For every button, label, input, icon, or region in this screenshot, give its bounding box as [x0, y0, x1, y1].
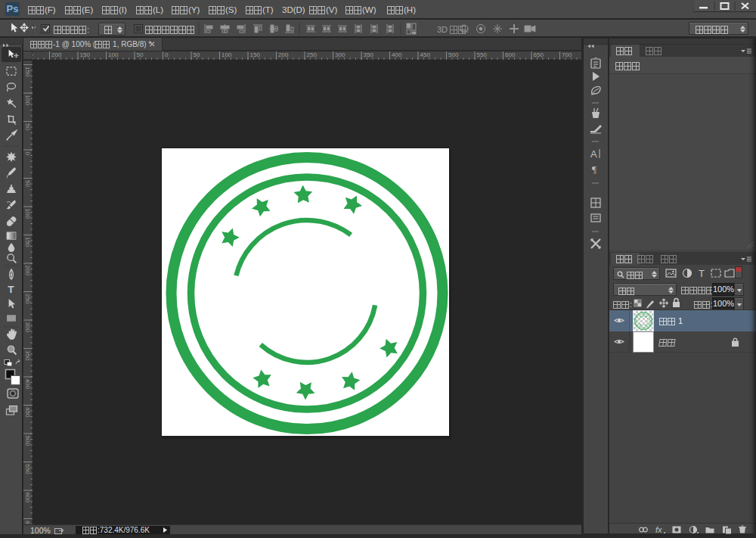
svg-text:100: 100	[222, 51, 232, 58]
svg-text:50: 50	[137, 51, 144, 58]
svg-text:250: 250	[33, 51, 33, 58]
svg-text:450: 450	[24, 407, 31, 418]
svg-text:550: 550	[477, 51, 488, 58]
svg-text:T: T	[699, 268, 705, 279]
svg-text:400: 400	[392, 51, 402, 58]
svg-text:600: 600	[24, 493, 31, 503]
svg-text:650: 650	[534, 51, 544, 58]
svg-text:250: 250	[24, 294, 31, 304]
svg-text:0: 0	[24, 152, 31, 156]
svg-text:100: 100	[24, 95, 31, 106]
svg-text:50: 50	[24, 180, 31, 187]
svg-text:50: 50	[194, 51, 200, 58]
svg-text:600: 600	[505, 51, 516, 58]
svg-text:200: 200	[24, 266, 31, 276]
svg-text:150: 150	[24, 67, 31, 77]
svg-text:700: 700	[562, 51, 572, 58]
svg-text:100: 100	[108, 51, 119, 58]
svg-text:150: 150	[250, 51, 261, 58]
svg-text:300: 300	[24, 322, 31, 333]
svg-text:0: 0	[165, 51, 169, 58]
svg-text:150: 150	[24, 237, 31, 247]
svg-text:250: 250	[307, 51, 318, 58]
svg-text:500: 500	[24, 436, 31, 446]
svg-text:550: 550	[24, 464, 31, 474]
svg-text:200: 200	[51, 51, 62, 58]
svg-text:400: 400	[24, 379, 31, 390]
svg-text:100: 100	[24, 209, 31, 219]
svg-text:500: 500	[448, 51, 459, 58]
svg-text:200: 200	[278, 51, 289, 58]
svg-text:450: 450	[420, 51, 431, 58]
svg-text:350: 350	[24, 350, 31, 361]
svg-text:350: 350	[364, 51, 374, 58]
svg-text:150: 150	[80, 51, 91, 58]
svg-text:50: 50	[24, 123, 31, 130]
svg-text:T: T	[8, 284, 14, 295]
svg-text:A: A	[590, 148, 597, 160]
svg-text:300: 300	[335, 51, 345, 58]
svg-text:¶: ¶	[592, 163, 596, 175]
svg-text:fx: fx	[655, 525, 662, 534]
